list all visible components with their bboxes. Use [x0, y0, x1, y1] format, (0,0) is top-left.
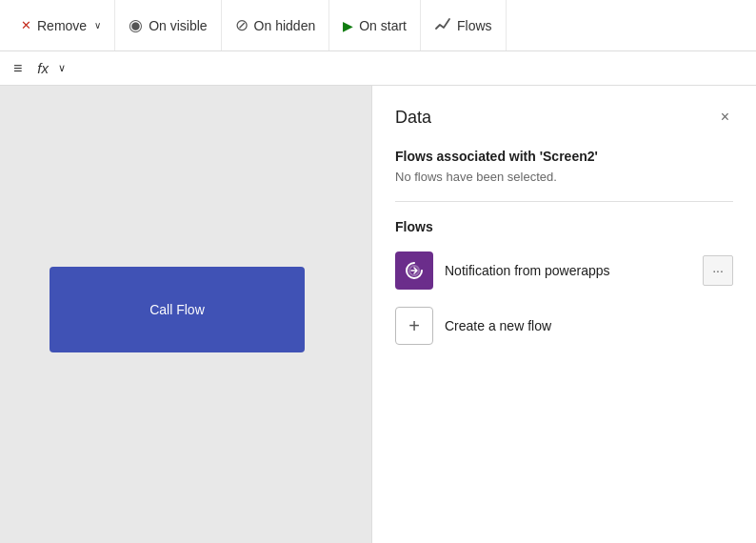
on-start-label: On start [359, 18, 407, 33]
call-flow-label: Call Flow [149, 302, 205, 317]
plus-icon: + [408, 315, 420, 337]
on-visible-label: On visible [149, 18, 207, 33]
side-panel-title: Data [395, 108, 431, 128]
close-button[interactable]: × [717, 105, 733, 130]
on-hidden-icon: ⊘ [235, 15, 249, 35]
remove-icon: ✕ [21, 18, 31, 32]
hamburger-icon[interactable]: ≡ [8, 60, 28, 77]
create-flow-icon: + [395, 307, 433, 345]
flows-label: Flows [457, 18, 492, 33]
call-flow-button[interactable]: Call Flow [50, 267, 305, 352]
flows-associated-subtitle: No flows have been selected. [395, 170, 733, 184]
flows-icon [434, 15, 451, 36]
flow-menu-button[interactable]: ··· [703, 255, 733, 286]
on-visible-icon: ◉ [129, 15, 143, 35]
remove-caret: ∨ [94, 20, 101, 30]
divider [395, 201, 733, 202]
remove-button[interactable]: ✕ Remove ∨ [8, 0, 115, 50]
on-start-button[interactable]: ▶ On start [329, 0, 421, 50]
on-visible-button[interactable]: ◉ On visible [115, 0, 221, 50]
flow-icon [395, 251, 433, 290]
formula-bar: ≡ fx ∨ [0, 51, 756, 86]
canvas-area: Call Flow [0, 86, 371, 543]
create-flow-label: Create a new flow [445, 318, 551, 333]
main-area: Call Flow Data × Flows associated with '… [0, 86, 756, 543]
on-hidden-label: On hidden [254, 18, 316, 33]
flows-section-title: Flows [395, 219, 733, 234]
side-panel-header: Data × [395, 105, 733, 130]
flow-list-item: Notification from powerapps ··· [395, 248, 733, 293]
flow-name: Notification from powerapps [445, 263, 691, 278]
fx-icon[interactable]: fx [33, 60, 52, 76]
fx-chevron-icon[interactable]: ∨ [58, 62, 66, 74]
flow-menu-dots: ··· [712, 263, 724, 278]
on-start-icon: ▶ [343, 18, 353, 33]
toolbar: ✕ Remove ∨ ◉ On visible ⊘ On hidden ▶ On… [0, 0, 756, 51]
side-panel: Data × Flows associated with 'Screen2' N… [371, 86, 756, 543]
flows-button[interactable]: Flows [421, 0, 507, 50]
remove-label: Remove [37, 18, 87, 33]
flows-associated-title: Flows associated with 'Screen2' [395, 149, 733, 164]
create-flow-item[interactable]: + Create a new flow [395, 307, 733, 345]
on-hidden-button[interactable]: ⊘ On hidden [222, 0, 330, 50]
formula-input[interactable] [71, 51, 748, 85]
